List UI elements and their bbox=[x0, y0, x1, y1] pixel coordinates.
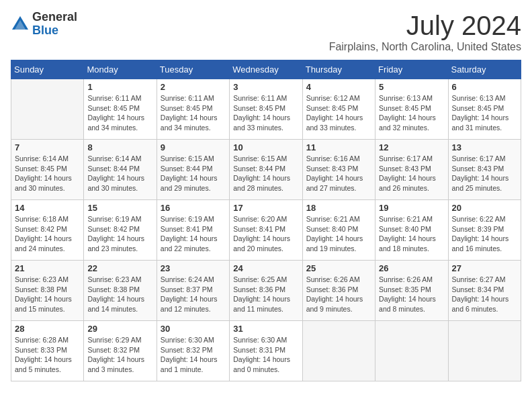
title-area: July 2024 Fairplains, North Carolina, Un… bbox=[329, 11, 521, 53]
day-info: Sunrise: 6:14 AM Sunset: 8:44 PM Dayligh… bbox=[87, 154, 152, 193]
day-number: 21 bbox=[15, 263, 80, 273]
day-number: 18 bbox=[306, 203, 371, 213]
day-info: Sunrise: 6:21 AM Sunset: 8:40 PM Dayligh… bbox=[306, 214, 371, 254]
calendar-cell: 21Sunrise: 6:23 AM Sunset: 8:38 PM Dayli… bbox=[11, 261, 84, 321]
calendar-header-sunday: Sunday bbox=[11, 60, 84, 79]
day-number: 2 bbox=[161, 82, 226, 92]
calendar-cell: 19Sunrise: 6:21 AM Sunset: 8:40 PM Dayli… bbox=[375, 200, 448, 261]
day-info: Sunrise: 6:12 AM Sunset: 8:45 PM Dayligh… bbox=[306, 93, 371, 133]
week-row-3: 14Sunrise: 6:18 AM Sunset: 8:42 PM Dayli… bbox=[11, 200, 521, 261]
calendar-cell: 10Sunrise: 6:15 AM Sunset: 8:44 PM Dayli… bbox=[230, 140, 302, 200]
calendar-cell: 20Sunrise: 6:22 AM Sunset: 8:39 PM Dayli… bbox=[448, 200, 521, 261]
day-number: 31 bbox=[233, 324, 298, 334]
calendar-cell: 12Sunrise: 6:17 AM Sunset: 8:43 PM Dayli… bbox=[375, 140, 448, 200]
calendar-cell: 1Sunrise: 6:11 AM Sunset: 8:45 PM Daylig… bbox=[84, 79, 157, 140]
day-number: 20 bbox=[452, 203, 517, 213]
day-info: Sunrise: 6:15 AM Sunset: 8:44 PM Dayligh… bbox=[161, 154, 226, 193]
calendar-cell: 23Sunrise: 6:24 AM Sunset: 8:37 PM Dayli… bbox=[157, 261, 229, 321]
calendar-cell: 24Sunrise: 6:25 AM Sunset: 8:36 PM Dayli… bbox=[230, 261, 302, 321]
calendar-cell: 31Sunrise: 6:30 AM Sunset: 8:31 PM Dayli… bbox=[230, 321, 302, 381]
calendar-header-thursday: Thursday bbox=[302, 60, 375, 79]
day-info: Sunrise: 6:19 AM Sunset: 8:41 PM Dayligh… bbox=[161, 214, 226, 254]
calendar-header-tuesday: Tuesday bbox=[157, 60, 229, 79]
calendar-header-row: SundayMondayTuesdayWednesdayThursdayFrid… bbox=[11, 60, 521, 79]
calendar-cell: 26Sunrise: 6:26 AM Sunset: 8:35 PM Dayli… bbox=[375, 261, 448, 321]
day-number: 22 bbox=[87, 263, 152, 273]
day-info: Sunrise: 6:28 AM Sunset: 8:33 PM Dayligh… bbox=[15, 335, 80, 375]
calendar-cell: 30Sunrise: 6:30 AM Sunset: 8:32 PM Dayli… bbox=[157, 321, 229, 381]
day-number: 17 bbox=[233, 203, 298, 213]
page-header: General Blue July 2024 Fairplains, North… bbox=[11, 11, 521, 53]
day-info: Sunrise: 6:11 AM Sunset: 8:45 PM Dayligh… bbox=[161, 93, 226, 133]
calendar-cell: 6Sunrise: 6:13 AM Sunset: 8:45 PM Daylig… bbox=[448, 79, 521, 140]
day-number: 9 bbox=[161, 142, 226, 152]
day-info: Sunrise: 6:30 AM Sunset: 8:32 PM Dayligh… bbox=[161, 335, 226, 375]
logo: General Blue bbox=[11, 11, 77, 38]
day-number: 29 bbox=[87, 324, 152, 334]
day-number: 28 bbox=[15, 324, 80, 334]
day-info: Sunrise: 6:11 AM Sunset: 8:45 PM Dayligh… bbox=[87, 93, 152, 133]
calendar-cell: 25Sunrise: 6:26 AM Sunset: 8:36 PM Dayli… bbox=[302, 261, 375, 321]
calendar-cell bbox=[448, 321, 521, 381]
logo-general: General bbox=[32, 10, 77, 24]
day-number: 14 bbox=[15, 203, 80, 213]
week-row-1: 1Sunrise: 6:11 AM Sunset: 8:45 PM Daylig… bbox=[11, 79, 521, 140]
day-info: Sunrise: 6:23 AM Sunset: 8:38 PM Dayligh… bbox=[15, 275, 80, 314]
day-number: 30 bbox=[161, 324, 226, 334]
day-number: 7 bbox=[15, 142, 80, 152]
calendar-cell: 3Sunrise: 6:11 AM Sunset: 8:45 PM Daylig… bbox=[230, 79, 302, 140]
day-number: 5 bbox=[379, 82, 444, 92]
week-row-5: 28Sunrise: 6:28 AM Sunset: 8:33 PM Dayli… bbox=[11, 321, 521, 381]
calendar-cell: 17Sunrise: 6:20 AM Sunset: 8:41 PM Dayli… bbox=[230, 200, 302, 261]
day-number: 8 bbox=[87, 142, 152, 152]
calendar-cell: 15Sunrise: 6:19 AM Sunset: 8:42 PM Dayli… bbox=[84, 200, 157, 261]
day-info: Sunrise: 6:11 AM Sunset: 8:45 PM Dayligh… bbox=[233, 93, 298, 133]
day-number: 24 bbox=[233, 263, 298, 273]
calendar-cell: 14Sunrise: 6:18 AM Sunset: 8:42 PM Dayli… bbox=[11, 200, 84, 261]
day-info: Sunrise: 6:16 AM Sunset: 8:43 PM Dayligh… bbox=[306, 154, 371, 193]
week-row-4: 21Sunrise: 6:23 AM Sunset: 8:38 PM Dayli… bbox=[11, 261, 521, 321]
day-info: Sunrise: 6:25 AM Sunset: 8:36 PM Dayligh… bbox=[233, 275, 298, 314]
day-info: Sunrise: 6:17 AM Sunset: 8:43 PM Dayligh… bbox=[379, 154, 444, 193]
day-number: 13 bbox=[452, 142, 517, 152]
day-info: Sunrise: 6:29 AM Sunset: 8:32 PM Dayligh… bbox=[87, 335, 152, 375]
calendar-cell: 28Sunrise: 6:28 AM Sunset: 8:33 PM Dayli… bbox=[11, 321, 84, 381]
day-info: Sunrise: 6:22 AM Sunset: 8:39 PM Dayligh… bbox=[452, 214, 517, 254]
calendar-cell: 4Sunrise: 6:12 AM Sunset: 8:45 PM Daylig… bbox=[302, 79, 375, 140]
day-info: Sunrise: 6:23 AM Sunset: 8:38 PM Dayligh… bbox=[87, 275, 152, 314]
day-number: 10 bbox=[233, 142, 298, 152]
calendar-cell: 16Sunrise: 6:19 AM Sunset: 8:41 PM Dayli… bbox=[157, 200, 229, 261]
day-info: Sunrise: 6:15 AM Sunset: 8:44 PM Dayligh… bbox=[233, 154, 298, 193]
calendar-header-wednesday: Wednesday bbox=[230, 60, 302, 79]
week-row-2: 7Sunrise: 6:14 AM Sunset: 8:45 PM Daylig… bbox=[11, 140, 521, 200]
day-number: 4 bbox=[306, 82, 371, 92]
day-info: Sunrise: 6:13 AM Sunset: 8:45 PM Dayligh… bbox=[379, 93, 444, 133]
calendar-cell bbox=[302, 321, 375, 381]
day-info: Sunrise: 6:30 AM Sunset: 8:31 PM Dayligh… bbox=[233, 335, 298, 375]
day-info: Sunrise: 6:19 AM Sunset: 8:42 PM Dayligh… bbox=[87, 214, 152, 254]
calendar-cell: 29Sunrise: 6:29 AM Sunset: 8:32 PM Dayli… bbox=[84, 321, 157, 381]
month-title: July 2024 bbox=[329, 11, 521, 41]
calendar-cell: 27Sunrise: 6:27 AM Sunset: 8:34 PM Dayli… bbox=[448, 261, 521, 321]
day-info: Sunrise: 6:14 AM Sunset: 8:45 PM Dayligh… bbox=[15, 154, 80, 193]
day-number: 12 bbox=[379, 142, 444, 152]
calendar-header-saturday: Saturday bbox=[448, 60, 521, 79]
day-number: 23 bbox=[161, 263, 226, 273]
calendar-cell: 11Sunrise: 6:16 AM Sunset: 8:43 PM Dayli… bbox=[302, 140, 375, 200]
day-number: 19 bbox=[379, 203, 444, 213]
day-info: Sunrise: 6:24 AM Sunset: 8:37 PM Dayligh… bbox=[161, 275, 226, 314]
calendar-cell: 13Sunrise: 6:17 AM Sunset: 8:43 PM Dayli… bbox=[448, 140, 521, 200]
day-number: 25 bbox=[306, 263, 371, 273]
calendar-header-monday: Monday bbox=[84, 60, 157, 79]
day-info: Sunrise: 6:26 AM Sunset: 8:35 PM Dayligh… bbox=[379, 275, 444, 314]
day-number: 15 bbox=[87, 203, 152, 213]
calendar-cell bbox=[11, 79, 84, 140]
calendar-cell: 22Sunrise: 6:23 AM Sunset: 8:38 PM Dayli… bbox=[84, 261, 157, 321]
day-number: 26 bbox=[379, 263, 444, 273]
day-info: Sunrise: 6:20 AM Sunset: 8:41 PM Dayligh… bbox=[233, 214, 298, 254]
calendar-cell: 9Sunrise: 6:15 AM Sunset: 8:44 PM Daylig… bbox=[157, 140, 229, 200]
day-number: 6 bbox=[452, 82, 517, 92]
calendar-cell: 8Sunrise: 6:14 AM Sunset: 8:44 PM Daylig… bbox=[84, 140, 157, 200]
logo-text: General Blue bbox=[32, 11, 77, 38]
day-number: 3 bbox=[233, 82, 298, 92]
